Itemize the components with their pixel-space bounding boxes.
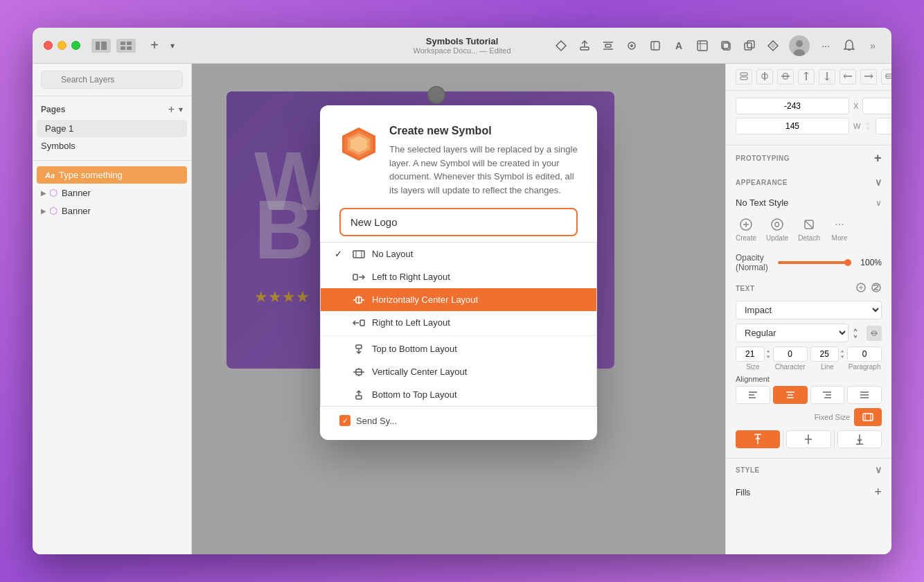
pages-chevron-icon[interactable]: ▾: [179, 105, 183, 114]
add-fill-icon[interactable]: +: [874, 485, 882, 500]
bottom-top-label: Bottom to Top Layout: [372, 389, 457, 400]
top-bottom-label: Top to Bottom Layout: [372, 344, 457, 354]
upload-icon[interactable]: [577, 38, 592, 53]
minimize-button[interactable]: [57, 41, 66, 50]
align-icon-3[interactable]: [777, 69, 794, 85]
font-style-select[interactable]: Regular: [736, 324, 849, 342]
copy2-icon[interactable]: [742, 38, 757, 53]
detach-style-button[interactable]: Detach: [798, 216, 820, 242]
text-section: TEXT Impact: [726, 276, 891, 458]
align-icon-6[interactable]: [839, 69, 856, 85]
sidebar-item-symbols[interactable]: Symbols: [33, 137, 191, 155]
add-page-icon[interactable]: +: [168, 103, 175, 116]
maximize-button[interactable]: [71, 41, 80, 50]
dropdown-item-top-bottom[interactable]: ✓ Top to Bottom Layout: [321, 337, 596, 360]
dropdown-item-left-right[interactable]: ✓ Left to Right Layout: [321, 265, 596, 288]
align-icon-7[interactable]: [860, 69, 877, 85]
y-input[interactable]: [862, 98, 891, 114]
align-icon-2[interactable]: [756, 69, 773, 85]
notifications-icon[interactable]: [842, 38, 857, 53]
line-stepper-icon[interactable]: [840, 347, 844, 361]
svg-rect-55: [740, 77, 747, 80]
send-symbol-row: ✓ Send Sy...: [339, 415, 578, 426]
opacity-slider[interactable]: [778, 261, 851, 264]
app-window: + ▾ Symbols Tutorial Workspace Docu... —…: [33, 28, 891, 554]
avatar[interactable]: [789, 35, 810, 56]
symbol-sync-icon[interactable]: [765, 38, 781, 53]
component-icon[interactable]: [624, 38, 639, 53]
more-options-icon[interactable]: ···: [818, 38, 833, 53]
stepper-icon[interactable]: [853, 325, 862, 342]
style-label: STYLE: [736, 466, 760, 474]
font-clear-button[interactable]: [867, 326, 882, 341]
align-icon-1[interactable]: [736, 69, 752, 85]
layer-item-banner1[interactable]: ▶ ⬡ Banner: [33, 184, 191, 202]
appearance-section: APPEARANCE ∨: [726, 171, 891, 193]
dropdown-item-vert-center[interactable]: ✓ Vertically Center Layout: [321, 360, 596, 383]
no-text-style-chevron[interactable]: ∨: [876, 198, 882, 208]
x-input[interactable]: [736, 98, 849, 114]
svg-rect-2: [121, 42, 125, 45]
window-title: Symbols Tutorial: [413, 36, 510, 46]
w-input[interactable]: [736, 118, 849, 134]
align-icon-4[interactable]: [798, 69, 815, 85]
panel-icon[interactable]: [91, 39, 111, 53]
add-prototype-icon[interactable]: +: [874, 151, 882, 166]
top-panel-icons: [726, 64, 891, 91]
transform-icon[interactable]: [695, 38, 710, 53]
expand-icon[interactable]: »: [865, 38, 880, 53]
vert-align-bottom-button[interactable]: [837, 430, 882, 448]
layer-item-banner2[interactable]: ▶ ⬡ Banner: [33, 202, 191, 220]
close-button[interactable]: [44, 41, 53, 50]
symbol-name-input[interactable]: [339, 208, 578, 236]
text-icon-2[interactable]: [871, 282, 882, 295]
component2-icon[interactable]: [648, 38, 663, 53]
search-input[interactable]: [41, 71, 183, 89]
text-icon-1[interactable]: [855, 282, 867, 295]
create-style-button[interactable]: Create: [736, 216, 756, 242]
dropdown-item-right-left[interactable]: ✓ Right to Left Layout: [321, 311, 596, 334]
copy-icon[interactable]: [718, 38, 734, 53]
sidebar-item-page1[interactable]: Page 1: [37, 120, 187, 137]
dropdown-item-horiz-center[interactable]: ✓ Horizontally Center Layout: [321, 288, 596, 311]
align-icon-5[interactable]: [819, 69, 835, 85]
style-section: STYLE ∨: [726, 458, 891, 481]
send-symbol-checkbox[interactable]: ✓: [339, 415, 350, 426]
font-name-row: Impact: [736, 301, 882, 319]
h-input[interactable]: [876, 118, 891, 134]
left-right-icon: [353, 272, 365, 282]
fills-label: Fills: [736, 488, 750, 497]
dropdown-item-no-layout[interactable]: ✓ No Layout: [321, 242, 596, 265]
font-size-input[interactable]: [736, 346, 765, 362]
vert-align-top-button[interactable]: [736, 430, 780, 448]
modal-description: The selected layers will be replaced by …: [389, 143, 578, 197]
more-style-button[interactable]: ··· More: [830, 216, 849, 242]
style-chevron-icon[interactable]: ∨: [875, 464, 882, 475]
canvas-area[interactable]: W B ★★★★ ADD TO CART: [192, 64, 725, 554]
fixed-size-button[interactable]: [854, 408, 882, 426]
align-icon-8[interactable]: [881, 69, 891, 85]
opacity-row: Opacity (Normal) 100%: [726, 249, 891, 276]
dropdown-item-bottom-top[interactable]: ✓ Bottom to Top Layout: [321, 383, 596, 406]
character-label: Character: [775, 363, 806, 371]
paragraph-input[interactable]: [847, 346, 882, 362]
align-left-button[interactable]: [736, 386, 770, 404]
align-center-button[interactable]: [773, 386, 808, 404]
add-chevron-icon[interactable]: ▾: [165, 38, 180, 53]
distribute-icon[interactable]: [601, 38, 616, 53]
size-stepper-icon[interactable]: [766, 347, 770, 361]
grid-icon[interactable]: [116, 39, 136, 53]
appearance-chevron-icon[interactable]: ∨: [875, 177, 882, 188]
line-height-input[interactable]: [810, 346, 839, 362]
align-justify-button[interactable]: [847, 386, 882, 404]
no-layout-label: No Layout: [372, 249, 413, 259]
align-right-button[interactable]: [810, 386, 845, 404]
diamond-toolbar-icon[interactable]: [553, 38, 569, 53]
layer-item-type-something[interactable]: Aa Type something: [37, 166, 187, 184]
font-name-select[interactable]: Impact: [736, 301, 882, 319]
text-icon[interactable]: A: [671, 38, 686, 53]
char-spacing-input[interactable]: [773, 346, 808, 362]
vert-align-middle-button[interactable]: [786, 430, 830, 448]
update-style-button[interactable]: Update: [766, 216, 788, 242]
add-icon[interactable]: +: [147, 38, 162, 53]
